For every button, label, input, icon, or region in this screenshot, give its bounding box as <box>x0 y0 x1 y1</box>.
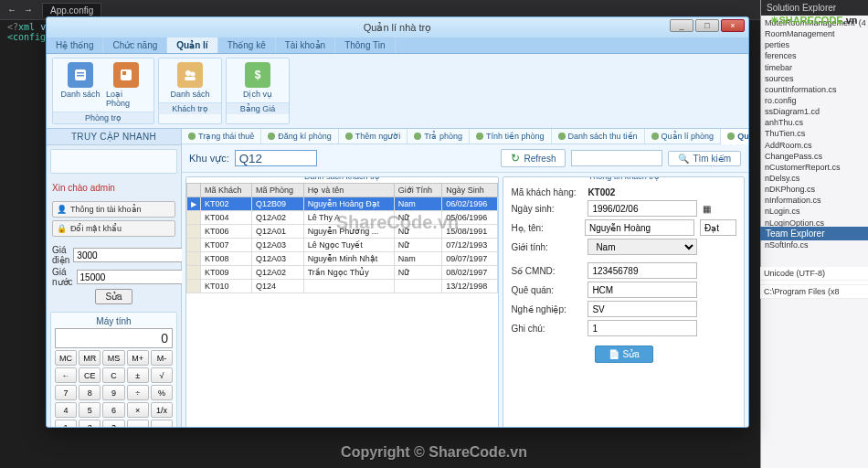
main-tab[interactable]: Hệ thống <box>47 37 103 53</box>
grid-header[interactable]: Mã Phòng <box>252 184 304 197</box>
table-row[interactable]: KT004Q12A02Lê Thy ANữ05/06/1996 <box>187 211 498 225</box>
sol-item[interactable]: AddRoom.cs <box>765 140 864 151</box>
ribbon-room-type[interactable]: Loại Phòng <box>106 62 146 108</box>
sub-tab[interactable]: Quản lí khách trọ ✕ <box>721 129 748 144</box>
grid-header[interactable]: Giới Tính <box>394 184 441 197</box>
grid-header[interactable]: Họ và tên <box>303 184 394 197</box>
sol-item[interactable]: ferences <box>765 50 864 61</box>
main-tab[interactable]: Thông Tin <box>335 37 395 53</box>
calc-key[interactable]: MC <box>55 350 77 366</box>
sol-item[interactable]: MotelRoomManagement' (4 projects) <box>765 17 864 28</box>
main-tab[interactable]: Tài khoản <box>276 37 335 53</box>
ribbon-room-list[interactable]: Danh sách <box>60 62 101 108</box>
search-input[interactable] <box>571 150 662 166</box>
calc-key[interactable]: M+ <box>127 350 149 366</box>
sub-tab[interactable]: Quản lí phòng <box>645 129 722 144</box>
table-row[interactable]: KT009Q12A02Trần Ngọc ThủyNữ08/02/1997 <box>187 266 498 280</box>
calc-key[interactable]: 6 <box>102 402 124 418</box>
ribbon-customer-list[interactable]: Danh sách <box>170 62 210 99</box>
sol-item[interactable]: nDelsy.cs <box>765 173 864 184</box>
minimize-button[interactable]: _ <box>670 19 693 32</box>
main-tab[interactable]: Chức năng <box>103 37 167 53</box>
table-row[interactable]: KT006Q12A01Nguyễn Phương ...Nữ15/08/1991 <box>187 225 498 239</box>
area-input[interactable] <box>235 150 317 166</box>
sol-item[interactable]: RoomManagement <box>765 28 864 39</box>
price-edit-button[interactable]: Sửa <box>95 289 132 304</box>
sol-item[interactable]: ThuTien.cs <box>765 128 864 139</box>
calc-key[interactable]: 7 <box>55 385 77 400</box>
sub-tab[interactable]: Thêm người <box>339 129 408 144</box>
grid-header[interactable]: Mã Khách <box>201 184 252 197</box>
sol-item[interactable]: anhThu.cs <box>765 117 864 128</box>
ribbon-service[interactable]: $ Dịch vụ <box>238 62 278 99</box>
maximize-button[interactable]: □ <box>695 19 719 32</box>
sol-item[interactable]: nLogin.cs <box>765 206 864 217</box>
editor-tab-appconfig[interactable]: App.config <box>42 3 101 17</box>
detail-firstname[interactable] <box>585 219 694 236</box>
table-row[interactable]: ▶KT002Q12B09Nguyễn Hoàng ĐạtNam06/02/199… <box>187 197 498 211</box>
sub-tab[interactable]: Trạng thái thuê <box>182 129 261 144</box>
change-password-button[interactable]: 🔒 Đổi mật khẩu <box>52 220 175 237</box>
sol-item[interactable]: perties <box>765 39 864 50</box>
sol-item[interactable]: nSoftInfo.cs <box>765 239 864 250</box>
calc-key[interactable]: MS <box>102 350 124 366</box>
detail-save-button[interactable]: Sửa <box>595 346 653 363</box>
sol-item[interactable]: nCustomerReport.cs <box>765 162 864 173</box>
calc-key[interactable]: 2 <box>79 420 101 428</box>
sol-item[interactable]: nInformation.cs <box>765 195 864 206</box>
calc-key[interactable]: % <box>151 385 173 400</box>
detail-dob[interactable] <box>587 200 697 217</box>
calc-key[interactable]: × <box>127 402 149 418</box>
customer-grid[interactable]: Mã KháchMã PhòngHọ và tênGiới TínhNgày S… <box>186 183 498 293</box>
search-button[interactable]: Tìm kiếm <box>668 151 741 166</box>
sub-tab[interactable]: Danh sách thu tiền <box>552 129 645 144</box>
refresh-button[interactable]: Refresh <box>501 149 566 167</box>
calc-key[interactable]: ÷ <box>127 385 149 400</box>
sub-tab[interactable]: Đăng kí phòng <box>261 129 339 144</box>
detail-job[interactable] <box>587 301 697 317</box>
calc-key[interactable]: ± <box>127 367 149 383</box>
detail-lastname[interactable] <box>700 219 736 236</box>
calc-key[interactable]: 5 <box>79 402 101 418</box>
close-button[interactable]: × <box>721 19 745 32</box>
sol-item[interactable]: ro.config <box>765 95 864 106</box>
table-row[interactable]: KT008Q12A03Nguyễn Minh NhậtNam09/07/1997 <box>187 252 498 266</box>
nav-back-icon[interactable]: ← <box>7 5 16 15</box>
elec-price-input[interactable] <box>73 248 196 262</box>
sol-item[interactable]: timebar <box>765 62 864 73</box>
table-row[interactable]: KT007Q12A03Lê Ngọc TuyếtNữ07/12/1993 <box>187 239 498 252</box>
detail-note[interactable] <box>587 320 697 336</box>
grid-header[interactable] <box>187 184 201 197</box>
sol-item[interactable]: sources <box>765 73 864 84</box>
calc-key[interactable]: M- <box>151 350 173 366</box>
calc-key[interactable]: √ <box>151 367 173 383</box>
detail-cmnd[interactable] <box>587 262 697 279</box>
calc-key[interactable]: 1/x <box>151 402 173 418</box>
main-tab[interactable]: Quản lí <box>167 37 217 53</box>
sol-item[interactable]: ssDiagram1.cd <box>765 106 864 117</box>
table-row[interactable]: KT010Q12413/12/1998 <box>187 280 498 293</box>
calc-key[interactable]: 4 <box>55 402 77 418</box>
grid-header[interactable]: Ngày Sinh <box>442 184 498 197</box>
calc-key[interactable]: ← <box>55 367 77 383</box>
sol-item[interactable]: nDKPhong.cs <box>765 184 864 195</box>
detail-gender[interactable]: Nam <box>587 239 697 255</box>
sol-item[interactable]: ChangePass.cs <box>765 151 864 162</box>
sub-tab[interactable]: Trả phòng <box>408 129 470 144</box>
calc-key[interactable]: - <box>127 420 149 428</box>
calc-key[interactable]: 1 <box>55 420 77 428</box>
nav-forward-icon[interactable]: → <box>24 5 33 15</box>
calc-key[interactable]: 8 <box>79 385 101 400</box>
calc-key[interactable]: CE <box>79 367 101 383</box>
sub-tab[interactable]: Tính tiền phòng <box>470 129 552 144</box>
detail-hometown[interactable] <box>587 282 697 298</box>
calc-key[interactable]: = <box>151 420 173 428</box>
team-explorer-tab[interactable]: Team Explorer <box>760 227 868 240</box>
calc-key[interactable]: 9 <box>102 385 124 400</box>
main-tab[interactable]: Thống kê <box>218 37 276 53</box>
calc-key[interactable]: C <box>102 367 124 383</box>
sol-item[interactable]: countInformation.cs <box>765 84 864 95</box>
calendar-icon[interactable]: ▦ <box>703 204 711 214</box>
calc-key[interactable]: 3 <box>102 420 124 428</box>
account-info-button[interactable]: 👤 Thông tin tài khoản <box>52 201 175 218</box>
